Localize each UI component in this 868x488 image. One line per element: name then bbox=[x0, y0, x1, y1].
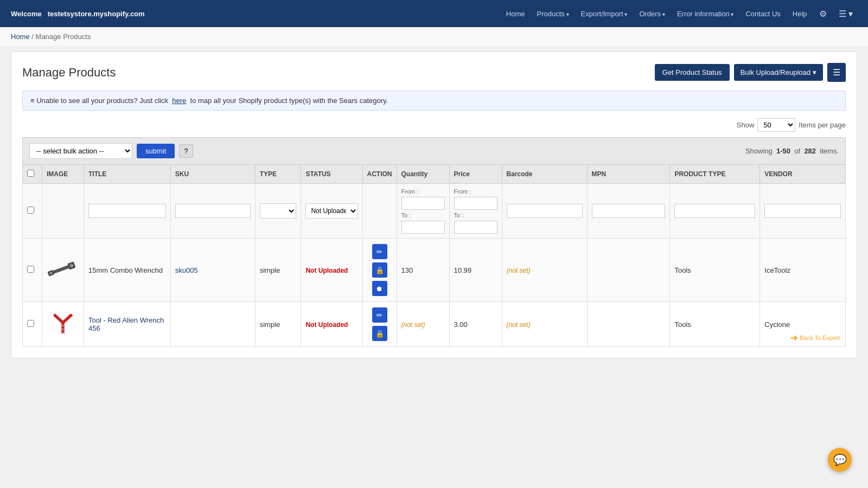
row-title-2: Tool - Red Alien Wrench 456 bbox=[84, 302, 171, 347]
info-link[interactable]: here bbox=[172, 97, 186, 105]
product-table: IMAGE TITLE SKU TYPE STATUS ACTION Quant… bbox=[22, 164, 846, 347]
bulk-left: -- select bulk action -- submit ? bbox=[29, 143, 193, 159]
sync-button-1[interactable]: ⏺ bbox=[372, 281, 387, 296]
col-image: IMAGE bbox=[42, 165, 84, 184]
row-checkbox-2[interactable] bbox=[27, 320, 34, 327]
back-to-export[interactable]: ➜ Back To Export bbox=[790, 332, 840, 344]
nav-home[interactable]: Home bbox=[502, 7, 529, 21]
hamburger-icon[interactable]: ☰ ▾ bbox=[834, 5, 857, 22]
row-status-1: Not Uploaded bbox=[305, 267, 348, 274]
col-action: ACTION bbox=[362, 165, 397, 184]
filter-barcode-input[interactable] bbox=[507, 204, 583, 218]
back-export-label: Back To Export bbox=[800, 335, 840, 341]
vendor-value-2: Cyclone bbox=[764, 320, 790, 329]
bulk-upload-reupload-button[interactable]: Bulk Upload/Reupload ▾ bbox=[734, 64, 823, 81]
price-filter-group: From : To : bbox=[454, 188, 497, 234]
row-barcode-1: (not set) bbox=[507, 267, 531, 274]
col-status: STATUS bbox=[301, 165, 362, 184]
row-quantity-2: (not set) bbox=[401, 321, 425, 329]
row-product-type-2: Tools bbox=[670, 302, 760, 347]
submit-button[interactable]: submit bbox=[137, 144, 175, 158]
col-product-type: PRODUCT TYPE bbox=[670, 165, 760, 184]
info-box: ≡ Unable to see all your products? Just … bbox=[22, 91, 846, 111]
row-title-1: 15mm Combo Wrenchd bbox=[84, 239, 171, 302]
navbar: Welcome testetsystore.myshopify.com Home… bbox=[0, 0, 868, 27]
breadcrumb: Home / Manage Products bbox=[0, 27, 868, 46]
quantity-to-input[interactable] bbox=[401, 221, 445, 234]
welcome-label: Welcome bbox=[11, 10, 42, 18]
row-title-link-2[interactable]: Tool - Red Alien Wrench 456 bbox=[88, 316, 164, 332]
filter-row: simple variable Not Uploaded Uploaded Al… bbox=[23, 184, 846, 239]
col-quantity: Quantity bbox=[397, 165, 449, 184]
row-barcode-2: (not set) bbox=[507, 321, 531, 329]
header-buttons: Get Product Status Bulk Upload/Reupload … bbox=[655, 63, 846, 82]
items-per-page-select[interactable]: 10 25 50 100 bbox=[757, 118, 795, 132]
select-all-checkbox[interactable] bbox=[27, 170, 34, 177]
nav-contact-us[interactable]: Contact Us bbox=[741, 7, 784, 21]
col-vendor: VENDOR bbox=[760, 165, 846, 184]
items-per-page-label: Items per page bbox=[799, 121, 846, 129]
row-type-1: simple bbox=[255, 239, 301, 302]
product-image-2 bbox=[47, 311, 79, 336]
row-quantity-1: 130 bbox=[397, 239, 449, 302]
info-text: Unable to see all your products? Just cl… bbox=[36, 97, 168, 105]
quantity-filter-group: From : To : bbox=[401, 188, 445, 234]
table-row: Tool - Red Alien Wrench 456 simple Not U… bbox=[23, 302, 846, 347]
back-export-arrow-icon: ➜ bbox=[790, 332, 798, 344]
row-status-2: Not Uploaded bbox=[305, 321, 348, 329]
filter-product-type-input[interactable] bbox=[674, 204, 755, 218]
breadcrumb-home[interactable]: Home bbox=[11, 33, 30, 41]
col-sku: SKU bbox=[170, 165, 255, 184]
upload-button-1[interactable]: 🔒 bbox=[372, 262, 387, 278]
page-title: Manage Products bbox=[22, 66, 116, 80]
quantity-from-input[interactable] bbox=[401, 197, 445, 210]
show-label: Show bbox=[737, 121, 755, 129]
upload-button-2[interactable]: 🔒 bbox=[372, 326, 387, 341]
nav-links: Home Products Export/Import Orders Error… bbox=[502, 5, 857, 22]
edit-button-1[interactable]: ✏ bbox=[372, 244, 387, 259]
showing-of: of bbox=[794, 147, 800, 155]
show-row: Show 10 25 50 100 Items per page bbox=[22, 118, 846, 132]
main-content: Manage Products Get Product Status Bulk … bbox=[11, 52, 857, 358]
navbar-welcome: Welcome testetsystore.myshopify.com bbox=[11, 10, 145, 18]
price-from-input[interactable] bbox=[454, 197, 497, 210]
row-vendor-2: Cyclone ➜ Back To Export bbox=[760, 302, 846, 347]
bulk-action-row: -- select bulk action -- submit ? Showin… bbox=[22, 137, 846, 164]
bulk-action-select[interactable]: -- select bulk action -- bbox=[29, 143, 132, 159]
nav-help[interactable]: Help bbox=[788, 7, 812, 21]
get-product-status-button[interactable]: Get Product Status bbox=[655, 64, 730, 81]
table-row: 15mm Combo Wrenchd sku005 simple Not Upl… bbox=[23, 239, 846, 302]
product-image-1 bbox=[47, 257, 79, 281]
col-mpn: MPN bbox=[587, 165, 670, 184]
nav-export-import[interactable]: Export/Import bbox=[577, 7, 632, 21]
page-header: Manage Products Get Product Status Bulk … bbox=[22, 63, 846, 82]
bulk-upload-label: Bulk Upload/Reupload bbox=[741, 68, 810, 76]
price-to-input[interactable] bbox=[454, 221, 497, 234]
col-title: TITLE bbox=[84, 165, 171, 184]
help-button[interactable]: ? bbox=[179, 144, 193, 158]
nav-products[interactable]: Products bbox=[532, 7, 573, 21]
row-mpn-1 bbox=[587, 239, 670, 302]
info-text2: to map all your Shopify product type(s) … bbox=[190, 97, 388, 105]
row-type-2: simple bbox=[255, 302, 301, 347]
showing-range: 1-50 bbox=[776, 147, 790, 155]
svg-line-7 bbox=[63, 314, 72, 323]
col-barcode: Barcode bbox=[502, 165, 587, 184]
filter-sku-input[interactable] bbox=[175, 204, 251, 218]
quantity-to-label: To : bbox=[401, 212, 445, 219]
filter-type-select[interactable]: simple variable bbox=[260, 203, 297, 219]
gear-icon[interactable]: ⚙ bbox=[815, 5, 831, 22]
row-checkbox-1[interactable] bbox=[27, 266, 34, 273]
filter-checkbox[interactable] bbox=[27, 207, 34, 214]
menu-icon-button[interactable]: ☰ bbox=[827, 63, 846, 82]
filter-vendor-input[interactable] bbox=[764, 204, 841, 218]
row-sku-link-1[interactable]: sku005 bbox=[175, 266, 198, 274]
nav-orders[interactable]: Orders bbox=[635, 7, 669, 21]
action-col-2: ✏ 🔒 bbox=[367, 306, 392, 342]
filter-title-input[interactable] bbox=[88, 204, 166, 218]
store-name: testetsystore.myshopify.com bbox=[48, 10, 145, 18]
filter-mpn-input[interactable] bbox=[592, 204, 666, 218]
edit-button-2[interactable]: ✏ bbox=[372, 307, 387, 323]
filter-status-select[interactable]: Not Uploaded Uploaded All bbox=[305, 203, 358, 219]
nav-error-info[interactable]: Error information bbox=[673, 7, 738, 21]
